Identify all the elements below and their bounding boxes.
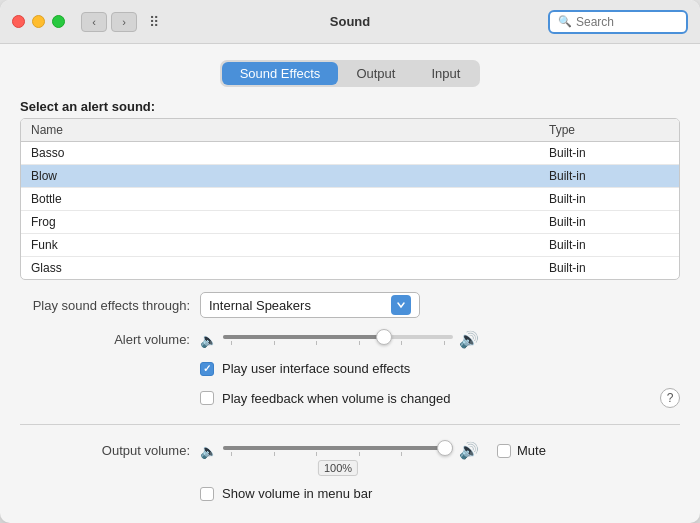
dropdown-arrow-icon (391, 295, 411, 315)
play-through-row: Play sound effects through: Internal Spe… (20, 292, 680, 318)
output-volume-low-icon: 🔈 (200, 443, 217, 459)
row-type: Built-in (549, 238, 669, 252)
titlebar: ‹ › ⠿ Sound 🔍 (0, 0, 700, 44)
row-name: Basso (31, 146, 549, 160)
show-volume-row: Show volume in menu bar (200, 486, 680, 501)
tick (401, 452, 402, 456)
checkbox2-row: Play feedback when volume is changed (200, 391, 660, 406)
traffic-lights (12, 15, 65, 28)
dropdown-value: Internal Speakers (209, 298, 311, 313)
forward-button[interactable]: › (111, 12, 137, 32)
output-slider-fill (223, 446, 453, 450)
output-slider-ticks (223, 452, 453, 456)
output-volume-label: Output volume: (20, 443, 190, 458)
forward-icon: › (122, 16, 126, 28)
row-type: Built-in (549, 192, 669, 206)
row-name: Glass (31, 261, 549, 275)
tabs-row: Sound Effects Output Input (20, 60, 680, 87)
slider-fill (223, 335, 384, 339)
play-through-label: Play sound effects through: (20, 298, 190, 313)
table-row[interactable]: Basso Built-in (21, 142, 679, 165)
help-icon: ? (667, 391, 674, 405)
mute-checkbox[interactable] (497, 444, 511, 458)
tick (274, 341, 275, 345)
play-ui-sounds-checkbox[interactable] (200, 362, 214, 376)
search-box[interactable]: 🔍 (548, 10, 688, 34)
table-row[interactable]: Funk Built-in (21, 234, 679, 257)
show-volume-checkbox[interactable] (200, 487, 214, 501)
grid-button[interactable]: ⠿ (141, 12, 167, 32)
tick (359, 341, 360, 345)
window-title: Sound (330, 14, 370, 29)
tick (274, 452, 275, 456)
table-row[interactable]: Bottle Built-in (21, 188, 679, 211)
output-slider-thumb[interactable] (437, 440, 453, 456)
volume-low-icon: 🔈 (200, 332, 217, 348)
table-row[interactable]: Blow Built-in (21, 165, 679, 188)
alert-volume-track[interactable] (223, 335, 453, 339)
help-button[interactable]: ? (660, 388, 680, 408)
output-volume-row: Output volume: 🔈 (20, 441, 680, 460)
tab-output[interactable]: Output (338, 62, 413, 85)
row-name: Frog (31, 215, 549, 229)
tab-input[interactable]: Input (413, 62, 478, 85)
sound-table: Name Type Basso Built-in Blow Built-in B… (20, 118, 680, 280)
back-icon: ‹ (92, 16, 96, 28)
volume-percentage: 100% (318, 460, 358, 476)
output-volume-high-icon: 🔊 (459, 441, 479, 460)
mute-row: Mute (497, 443, 546, 458)
search-input[interactable] (576, 15, 678, 29)
checkbox1-row: Play user interface sound effects (200, 361, 680, 376)
alert-volume-row: Alert volume: 🔈 (20, 330, 680, 349)
divider (20, 424, 680, 425)
slider-wrapper (223, 335, 453, 345)
alert-volume-slider-container: 🔈 🔊 (200, 330, 479, 349)
play-ui-sounds-label: Play user interface sound effects (222, 361, 410, 376)
tab-sound-effects[interactable]: Sound Effects (222, 62, 339, 85)
tick (231, 341, 232, 345)
search-icon: 🔍 (558, 15, 572, 28)
play-feedback-checkbox[interactable] (200, 391, 214, 405)
play-feedback-label: Play feedback when volume is changed (222, 391, 450, 406)
col-name-header: Name (31, 123, 549, 137)
row-type: Built-in (549, 215, 669, 229)
col-type-header: Type (549, 123, 669, 137)
row-type: Built-in (549, 261, 669, 275)
tick (316, 452, 317, 456)
output-volume-slider-container: 🔈 100% 🔊 (200, 441, 479, 460)
row-type: Built-in (549, 169, 669, 183)
row-name: Bottle (31, 192, 549, 206)
output-slider-wrapper: 100% (223, 446, 453, 456)
row-type: Built-in (549, 146, 669, 160)
nav-buttons: ‹ › (81, 12, 137, 32)
volume-high-icon: 🔊 (459, 330, 479, 349)
maximize-button[interactable] (52, 15, 65, 28)
output-volume-track[interactable] (223, 446, 453, 450)
tick (231, 452, 232, 456)
show-volume-label: Show volume in menu bar (222, 486, 372, 501)
alert-volume-label: Alert volume: (20, 332, 190, 347)
mute-label: Mute (517, 443, 546, 458)
tabs-container: Sound Effects Output Input (220, 60, 481, 87)
content: Sound Effects Output Input Select an ale… (0, 44, 700, 523)
window: ‹ › ⠿ Sound 🔍 Sound Effects Output Input… (0, 0, 700, 523)
minimize-button[interactable] (32, 15, 45, 28)
tick (316, 341, 317, 345)
slider-ticks (223, 341, 453, 345)
alert-section-label: Select an alert sound: (20, 99, 680, 114)
table-row[interactable]: Glass Built-in (21, 257, 679, 279)
alert-section: Select an alert sound: Name Type Basso B… (20, 99, 680, 280)
close-button[interactable] (12, 15, 25, 28)
tick (401, 341, 402, 345)
row-name: Blow (31, 169, 549, 183)
tick (444, 341, 445, 345)
table-row[interactable]: Frog Built-in (21, 211, 679, 234)
slider-thumb[interactable] (376, 329, 392, 345)
play-through-dropdown[interactable]: Internal Speakers (200, 292, 420, 318)
row-name: Funk (31, 238, 549, 252)
tick (359, 452, 360, 456)
table-header: Name Type (21, 119, 679, 142)
back-button[interactable]: ‹ (81, 12, 107, 32)
checkbox2-container: Play feedback when volume is changed ? (20, 388, 680, 408)
grid-icon: ⠿ (149, 14, 159, 30)
